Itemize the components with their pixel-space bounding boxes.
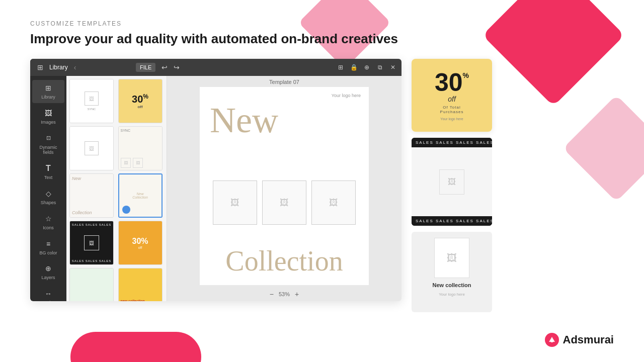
thumb-5-content: New Collection	[70, 174, 113, 217]
canvas-img-2[interactable]: 🖼	[262, 180, 306, 225]
right-panel: 30 % off Of Total Purchases Your logo he…	[412, 59, 492, 312]
sidebar-item-resize[interactable]: ↔ Resize	[32, 286, 64, 301]
canvas-title: Template 07	[269, 76, 299, 87]
template-thumb-4[interactable]: SYNC 🖼 🖼	[118, 126, 163, 170]
preview-card-1: 30 % off Of Total Purchases Your logo he…	[412, 59, 492, 132]
canvas-content[interactable]: Your logo here New 🖼 🖼 🖼	[200, 87, 369, 285]
sidebar-item-layers[interactable]: ⊕ Layers	[32, 260, 64, 284]
library-section: ⊞ Library ‹	[30, 59, 131, 76]
resize-icon: ↔	[43, 289, 53, 299]
thumb-1-content: 🖼 SYNC	[70, 79, 113, 123]
preview-nc-logo: Your logo here	[439, 292, 465, 297]
canvas-zoom: − 53% +	[265, 287, 304, 301]
canvas-logo: Your logo here	[332, 93, 361, 98]
sidebar: ⊞ Library 🖼 Images ⊡ Dynamic fields T Te…	[30, 76, 66, 301]
thumb-4-images: 🖼 🖼	[121, 158, 160, 168]
preview-30-subtitle2: Purchases	[440, 110, 464, 114]
preview-30-number: 30	[435, 70, 463, 95]
duplicate-icon[interactable]: ⧉	[375, 63, 384, 72]
canvas-img-2-icon: 🖼	[280, 198, 289, 208]
sidebar-item-images[interactable]: 🖼 Images	[32, 105, 64, 128]
zoom-level: 53%	[279, 291, 290, 297]
page-title: Improve your ad quality with automated o…	[30, 31, 614, 47]
thumb-7-img: 🖼	[84, 235, 99, 250]
library-sidebar-icon: ⊞	[43, 83, 53, 93]
thumb-4-img2: 🖼	[133, 158, 143, 168]
thumb-7-content: SALES SALES SALES 🖼 SALES SALES SALES	[70, 221, 113, 264]
sidebar-label-library: Library	[41, 95, 55, 100]
sidebar-item-dynamic[interactable]: ⊡ Dynamic fields	[32, 130, 64, 159]
collapse-button[interactable]: ‹	[72, 62, 78, 72]
page-label: CUSTOMIZE TEMPLATES	[30, 20, 614, 27]
preview-sales-main: 🖼	[412, 147, 492, 216]
thumb-6-text: NewCollection	[132, 192, 148, 199]
thumb-9-content: Tropical hotel	[70, 268, 113, 301]
full-toolbar: ⊞ Library ‹ FILE ↩ ↪ ⊞ 🔒 ⊕ ⧉	[30, 59, 401, 76]
template-thumb-8[interactable]: 30% off	[118, 221, 163, 265]
sidebar-label-images: Images	[41, 120, 56, 125]
preview-30-discount: 30 %	[435, 70, 469, 95]
file-button[interactable]: FILE	[136, 63, 155, 72]
shapes-icon: ◇	[43, 189, 53, 199]
thumb-4-content: SYNC 🖼 🖼	[119, 127, 162, 170]
icons-icon: ☆	[43, 214, 53, 224]
right-toolbar-icons: ⊞ 🔒 ⊕ ⧉ ✕	[332, 63, 401, 72]
undo-redo-group: ↩ ↪	[159, 62, 182, 72]
sidebar-label-icons: Icons	[43, 225, 54, 231]
sidebar-item-icons[interactable]: ☆ Icons	[32, 211, 64, 234]
thumb-10-content: new collection new collection new collec…	[119, 268, 162, 301]
preview-nc-title: New collection	[432, 282, 471, 288]
preview-nc-image: 🖼	[434, 238, 469, 278]
template-thumb-10[interactable]: new collection new collection new collec…	[118, 268, 163, 301]
template-thumb-3[interactable]: 🖼	[69, 126, 114, 170]
template-thumb-1[interactable]: 🖼 SYNC	[69, 79, 114, 123]
thumb-8-content: 30% off	[119, 221, 162, 264]
zoom-out-button[interactable]: −	[269, 289, 275, 299]
add-icon[interactable]: ⊕	[362, 63, 371, 72]
redo-button[interactable]: ↪	[172, 62, 182, 72]
thumb-5-coll: Collection	[72, 210, 111, 215]
sidebar-label-layers: Layers	[41, 275, 55, 281]
template-thumb-2[interactable]: 30% off	[118, 79, 163, 123]
preview-sales-bar-bottom: SALES SALES SALES SALES SALES	[412, 216, 492, 226]
thumb-4-img: 🖼	[121, 158, 131, 168]
sidebar-item-text[interactable]: T Text	[32, 160, 64, 184]
sidebar-item-shapes[interactable]: ◇ Shapes	[32, 186, 64, 209]
canvas-images-row: 🖼 🖼 🖼	[208, 180, 361, 225]
template-thumb-6[interactable]: NewCollection	[118, 173, 163, 218]
thumb-7-sales-bot: SALES SALES SALES	[72, 259, 111, 262]
template-thumb-7[interactable]: SALES SALES SALES 🖼 SALES SALES SALES	[69, 221, 114, 265]
canvas-img-1-icon: 🖼	[230, 198, 239, 208]
canvas-collection-text: Collection	[205, 247, 364, 275]
thumb-1-label: SYNC	[88, 108, 96, 111]
thumb-4-text: SYNC	[121, 129, 160, 132]
layers-icon: ⊕	[43, 263, 53, 274]
canvas-img-1[interactable]: 🖼	[213, 180, 257, 225]
thumb-10-text1: new collection	[121, 299, 160, 301]
images-icon: 🖼	[43, 108, 53, 118]
template-thumb-5[interactable]: New Collection	[69, 173, 114, 218]
thumb-3-img: 🖼	[85, 141, 99, 155]
thumb-3-content: 🖼	[70, 127, 113, 170]
sidebar-item-bg-color[interactable]: ≡ BG color	[32, 236, 64, 259]
thumb-6-content: NewCollection	[119, 174, 162, 217]
bg-color-icon: ≡	[43, 239, 53, 249]
grid-icon[interactable]: ⊞	[336, 63, 345, 72]
lock-icon[interactable]: 🔒	[349, 63, 358, 72]
content-wrapper: CUSTOMIZE TEMPLATES Improve your ad qual…	[0, 0, 644, 362]
thumb-1-img: 🖼	[85, 92, 99, 106]
preview-sales-image: 🖼	[439, 169, 464, 195]
undo-button[interactable]: ↩	[159, 62, 170, 72]
sidebar-item-library[interactable]: ⊞ Library	[32, 80, 64, 103]
delete-icon[interactable]: ✕	[388, 63, 397, 72]
zoom-in-button[interactable]: +	[294, 289, 300, 299]
preview-30-off: off	[448, 95, 456, 103]
text-icon: T	[43, 163, 53, 173]
preview-sales-bar-top: SALES SALES SALES SALES SALES	[412, 138, 492, 147]
canvas-img-3[interactable]: 🖼	[311, 180, 356, 225]
canvas-img-3-icon: 🖼	[329, 198, 338, 208]
preview-30-logo: Your logo here	[440, 117, 463, 121]
app-ui: ⊞ Library ‹ FILE ↩ ↪ ⊞ 🔒 ⊕ ⧉	[30, 59, 614, 312]
library-icon: ⊞	[35, 62, 45, 72]
template-thumb-9[interactable]: Tropical hotel	[69, 268, 114, 301]
